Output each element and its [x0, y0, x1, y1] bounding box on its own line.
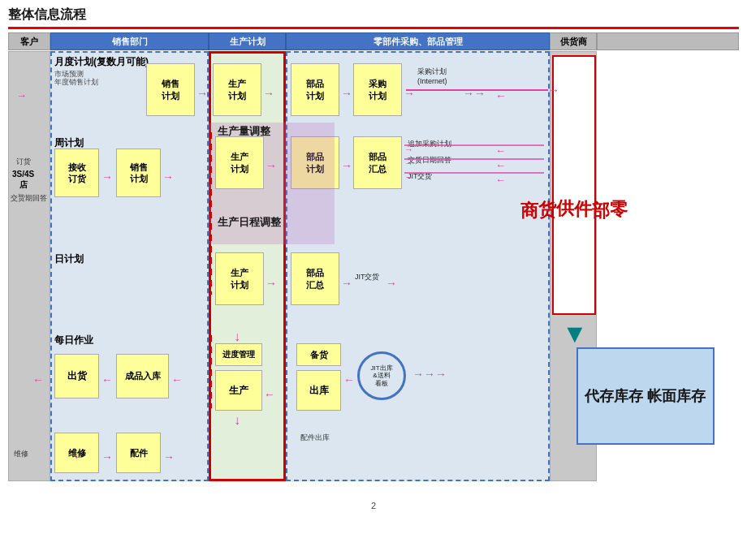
progress-mgmt-box: 进度管理 [215, 343, 262, 366]
arrow-repair-to-parts: → [101, 450, 113, 463]
col-header-supplier: 供货商 [550, 32, 597, 50]
arrow-back-supplier2: ← [495, 159, 506, 171]
col-header-production: 生产计划 [209, 32, 286, 50]
flow-area: 月度计划(复数月可能) 市场预测 年度销售计划 销售计划 → 生产计划 → 部品… [8, 51, 739, 512]
prod-schedule-adjust-label: 生产日程调整 [218, 215, 281, 230]
header-row: 客户 销售部门 生产计划 零部件采购、部品管理 供货商 [8, 32, 739, 50]
arrow-shipment-left: ← [32, 373, 44, 386]
parts-outbound-label: 配件出库 [300, 433, 330, 443]
receive-order-box: 接收订货 [54, 149, 99, 197]
annual-sales-label: 年度销售计划 [54, 77, 98, 88]
col-header-sales: 销售部门 [50, 32, 209, 50]
shop-label: 3S/4S店 [12, 169, 34, 190]
weekly-parts-summary-box: 部品汇总 [353, 136, 402, 189]
daily-jit-note: JIT交货 [355, 272, 380, 282]
arrow-daily-parts-right: → [341, 277, 352, 290]
line-weekly-extra [404, 144, 544, 146]
daily-prod-plan-box: 生产计划 [215, 252, 264, 305]
repair-label: 维修 [14, 449, 28, 459]
arrow-h-monthly-top: → [16, 89, 27, 101]
red-dashed-divider-2 [209, 212, 212, 293]
arrow-to-finished: ← [101, 373, 113, 386]
arrow-monthly-parts-to-purchase: → [341, 87, 352, 100]
arrow-back-to-customer: ← [16, 189, 25, 199]
jit-circle-text: JIT出库&送料看板 [370, 364, 392, 388]
monthly-sales-plan-box: 销售计划 [146, 63, 195, 116]
line-weekly-delivery [404, 158, 544, 160]
weekly-prod-plan-box: 生产计划 [215, 136, 264, 189]
weekly-sales-plan-box: 销售计划 [116, 149, 161, 197]
arrow-supplier-monthly-back: ← [495, 89, 507, 102]
red-dashed-divider-3 [209, 335, 212, 408]
arrow-parts-to-outbound: → [163, 450, 175, 463]
monthly-prod-plan-box: 生产计划 [213, 63, 261, 116]
finished-goods-box: 成品入库 [116, 354, 169, 398]
shipment-box: 出货 [54, 354, 99, 398]
arrow-daily-to-supplier: → [386, 277, 397, 290]
red-divider [8, 27, 739, 29]
arrow-jit-left: ← [343, 373, 355, 386]
arrow-jit-to-consignment: →→→ [412, 368, 447, 381]
daily-label: 日计划 [54, 252, 84, 266]
arrow-weekly-sales-to-prod: → [162, 170, 174, 183]
arrow-monthly-sales-to-prod: → [196, 87, 208, 100]
jit-circle: JIT出库&送料看板 [357, 351, 406, 400]
arrow-finished-to-prod: ← [171, 373, 183, 386]
outbound-box: 出库 [296, 370, 341, 411]
production-box: 生产 [215, 370, 262, 411]
arrow-outbound-to-prod: ← [264, 388, 275, 401]
daily-ops-label: 每日作业 [54, 334, 93, 347]
arrow-daily-prod-to-parts: → [266, 277, 277, 290]
arrow-weekly-parts-to-summary: → [341, 159, 352, 172]
arrow-back-supplier: ← [495, 144, 506, 157]
consignment-box: 代存库存 帐面库存 [576, 347, 715, 445]
supplier-down-arrow: ▼ [562, 319, 588, 349]
arrow-weekly-prod-to-parts: → [266, 159, 277, 172]
arrow-receive-to-sales: → [101, 170, 113, 183]
weekly-delivery-reply-note: 交货日期回答 [408, 155, 451, 166]
consignment-text: 代存库存 帐面库存 [585, 385, 706, 408]
daily-parts-summary-box: 部品汇总 [291, 252, 339, 305]
stock-box: 备货 [296, 343, 341, 366]
arrow-monthly-to-supplier-end: → [548, 84, 559, 97]
monthly-parts-plan-box: 部品计划 [291, 63, 339, 116]
line-monthly-to-supplier [406, 89, 548, 91]
arrow-prod-down: ↓ [234, 330, 240, 344]
col-header-parts: 零部件采购、部品管理 [286, 32, 550, 50]
page-container: 整体信息流程 客户 销售部门 生产计划 零部件采购、部品管理 供货商 月度计划(… [0, 0, 747, 560]
page-number: 2 [371, 501, 376, 510]
arrow-monthly-prod-to-parts: → [263, 87, 274, 100]
arrow-prod-down2: ↓ [234, 413, 240, 428]
page-title: 整体信息流程 [8, 6, 739, 24]
customer-col-bg [8, 51, 50, 481]
monthly-purchase-plan-box: 采购计划 [353, 63, 402, 116]
line-weekly-jit [404, 172, 544, 174]
arrow-back-supplier3: ← [495, 174, 506, 186]
col-header-customer: 客户 [8, 32, 50, 50]
monthly-label: 月度计划(复数月可能) [54, 55, 149, 69]
repair-parts-box: 配件 [116, 433, 161, 473]
purchase-plan-note: 采购计划(Internet) [417, 67, 447, 86]
weekly-order-label: 订货 [16, 157, 31, 167]
arrow-repair-left: ← [73, 450, 84, 463]
